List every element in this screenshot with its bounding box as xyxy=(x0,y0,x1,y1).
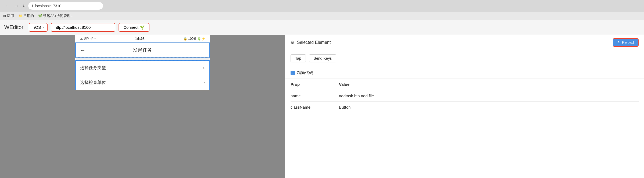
prop-header: Prop xyxy=(291,82,339,87)
phone-simulator-area: 无 SIM 卡 ≈ 14:46 🔒 100% 🔋⚡ ← 发起任务 xyxy=(0,35,285,178)
address-text: localhost:17310 xyxy=(35,4,61,8)
back-nav-button[interactable]: ← xyxy=(3,3,11,9)
prop-name-0: name xyxy=(291,94,339,98)
bookmark-a8[interactable]: 🌿 致远A8+协同管理... xyxy=(38,13,73,18)
header-back-button[interactable]: ← xyxy=(80,47,85,53)
task-unit-arrow: > xyxy=(203,80,205,85)
section-divider xyxy=(75,58,210,60)
prop-name-1: className xyxy=(291,105,339,109)
toolbar: WEditor iOS ▾ Connect 🌱 xyxy=(0,20,644,35)
url-input[interactable] xyxy=(51,23,115,32)
table-row: className Button xyxy=(291,102,639,113)
task-type-arrow: > xyxy=(203,66,205,70)
reload-icon: ↻ xyxy=(618,41,620,44)
reload-nav-button[interactable]: ↻ xyxy=(23,4,26,8)
prop-value-0: addtask btn add file xyxy=(339,94,639,98)
panel-header: ⚙ Selected Element ↻ Reload xyxy=(285,35,644,50)
status-time: 14:46 xyxy=(135,37,145,41)
nav-bar: ← → ↻ ℹ localhost:17310 xyxy=(0,0,644,12)
send-keys-button[interactable]: Send Keys xyxy=(309,54,337,62)
panel-checkbox-row[interactable]: ✓ 精简代码 xyxy=(285,67,644,79)
address-bar[interactable]: ℹ localhost:17310 xyxy=(28,2,103,10)
connect-button[interactable]: Connect 🌱 xyxy=(119,23,149,32)
props-table: Prop Value name addtask btn add file cla… xyxy=(285,79,644,178)
task-type-label: 选择任务类型 xyxy=(80,65,106,71)
app-brand: WEditor xyxy=(4,24,23,30)
bookmark-a8-label: 致远A8+协同管理... xyxy=(43,13,73,18)
table-row: name addtask btn add file xyxy=(291,90,639,102)
bookmark-apps[interactable]: ⊞ 应用 xyxy=(3,13,14,18)
task-type-row[interactable]: 选择任务类型 > xyxy=(76,61,209,75)
ios-label: iOS xyxy=(34,25,41,30)
value-header: Value xyxy=(339,82,639,87)
tap-button[interactable]: Tap xyxy=(291,54,306,62)
bookmarks-bar: ⊞ 应用 📁 常用的 🌿 致远A8+协同管理... xyxy=(0,12,644,20)
bookmark-common[interactable]: 📁 常用的 xyxy=(18,13,34,18)
right-panel: ⚙ Selected Element ↻ Reload Tap Send Key… xyxy=(285,35,644,178)
lock-icon: ℹ xyxy=(32,4,33,8)
task-rows-container: 选择任务类型 > 选择检查单位 > xyxy=(75,60,210,90)
gear-icon: ⚙ xyxy=(291,40,294,45)
panel-title: Selected Element xyxy=(297,40,331,45)
status-right: 🔒 100% 🔋⚡ xyxy=(183,37,205,41)
simplified-code-checkbox[interactable]: ✓ xyxy=(291,71,295,75)
status-left: 无 SIM 卡 ≈ xyxy=(80,36,96,41)
leaf-icon: 🌿 xyxy=(38,14,42,18)
props-table-header: Prop Value xyxy=(291,79,639,90)
connect-label: Connect xyxy=(123,25,138,30)
phone-screen: 无 SIM 卡 ≈ 14:46 🔒 100% 🔋⚡ ← 发起任务 xyxy=(75,35,210,90)
sim-status: 无 SIM 卡 ≈ xyxy=(80,36,96,41)
connect-icon: 🌱 xyxy=(140,25,145,30)
reload-button[interactable]: ↻ Reload xyxy=(613,38,639,47)
browser-chrome: ← → ↻ ℹ localhost:17310 ⊞ 应用 📁 常用的 🌿 致远A… xyxy=(0,0,644,20)
simplified-code-label: 精简代码 xyxy=(297,70,313,75)
main-area: 无 SIM 卡 ≈ 14:46 🔒 100% 🔋⚡ ← 发起任务 xyxy=(0,35,644,178)
chevron-down-icon: ▾ xyxy=(42,26,44,29)
app-header: ← 发起任务 xyxy=(75,42,210,58)
task-unit-label: 选择检查单位 xyxy=(80,80,106,86)
app-container: WEditor iOS ▾ Connect 🌱 无 SIM 卡 ≈ xyxy=(0,20,644,178)
bookmark-common-label: 常用的 xyxy=(23,13,34,18)
reload-label: Reload xyxy=(622,40,634,45)
apps-grid-icon: ⊞ xyxy=(3,14,6,18)
panel-actions: Tap Send Keys xyxy=(285,50,644,67)
panel-title-container: ⚙ Selected Element xyxy=(291,40,331,45)
task-unit-row[interactable]: 选择检查单位 > xyxy=(76,75,209,90)
ios-dropdown[interactable]: iOS ▾ xyxy=(29,23,48,32)
folder-icon: 📁 xyxy=(18,14,22,18)
prop-value-1: Button xyxy=(339,105,639,109)
bookmark-apps-label: 应用 xyxy=(7,13,14,18)
header-title: 发起任务 xyxy=(133,47,152,53)
status-bar: 无 SIM 卡 ≈ 14:46 🔒 100% 🔋⚡ xyxy=(75,35,210,42)
forward-nav-button[interactable]: → xyxy=(13,3,20,9)
battery-status: 🔒 100% 🔋⚡ xyxy=(183,37,205,41)
